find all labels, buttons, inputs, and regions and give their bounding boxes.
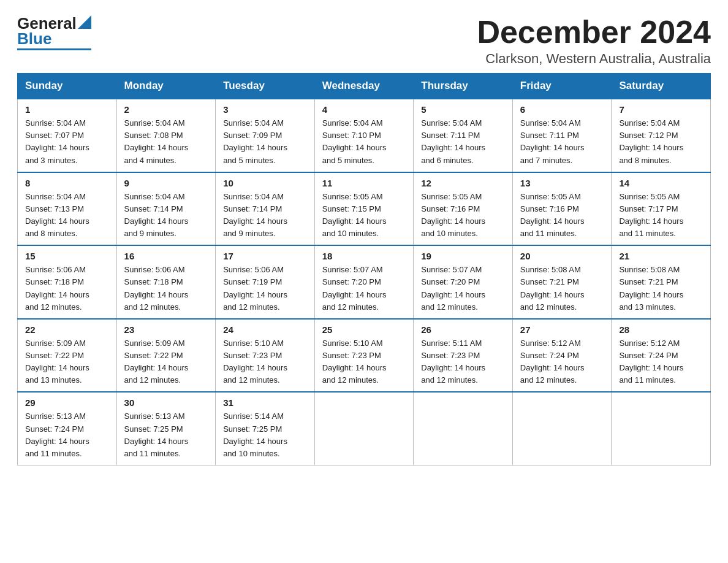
day-info: Sunrise: 5:06 AMSunset: 7:18 PMDaylight:… (124, 265, 189, 311)
day-number: 1 (25, 104, 110, 115)
day-number: 14 (619, 178, 704, 188)
day-info: Sunrise: 5:04 AMSunset: 7:07 PMDaylight:… (25, 118, 89, 164)
calendar-day-cell: 27 Sunrise: 5:12 AMSunset: 7:24 PMDaylig… (512, 319, 612, 393)
calendar-day-cell: 4 Sunrise: 5:04 AMSunset: 7:10 PMDayligh… (314, 99, 414, 172)
day-number: 16 (124, 251, 210, 261)
calendar-day-cell: 2 Sunrise: 5:04 AMSunset: 7:08 PMDayligh… (116, 99, 216, 172)
day-number: 15 (25, 251, 110, 261)
calendar-day-cell (414, 392, 513, 465)
calendar-day-cell: 1 Sunrise: 5:04 AMSunset: 7:07 PMDayligh… (18, 99, 117, 172)
logo-triangle-icon (78, 15, 91, 29)
day-info: Sunrise: 5:07 AMSunset: 7:20 PMDaylight:… (421, 265, 485, 311)
day-number: 10 (223, 178, 308, 188)
calendar-day-cell: 8 Sunrise: 5:04 AMSunset: 7:13 PMDayligh… (18, 172, 117, 246)
calendar-day-cell: 9 Sunrise: 5:04 AMSunset: 7:14 PMDayligh… (116, 172, 216, 246)
logo-underline (17, 48, 91, 50)
day-info: Sunrise: 5:10 AMSunset: 7:23 PMDaylight:… (223, 339, 287, 385)
day-number: 7 (619, 104, 704, 115)
day-number: 29 (25, 397, 110, 408)
day-number: 31 (223, 397, 308, 408)
day-number: 4 (322, 104, 408, 115)
calendar-day-cell: 17 Sunrise: 5:06 AMSunset: 7:19 PMDaylig… (216, 245, 315, 319)
svg-marker-0 (78, 15, 91, 29)
day-info: Sunrise: 5:08 AMSunset: 7:21 PMDaylight:… (520, 265, 585, 311)
day-info: Sunrise: 5:12 AMSunset: 7:24 PMDaylight:… (520, 339, 585, 385)
day-number: 21 (619, 251, 704, 261)
day-number: 13 (520, 178, 605, 188)
day-number: 19 (421, 251, 506, 261)
day-number: 2 (124, 104, 210, 115)
calendar-day-cell: 18 Sunrise: 5:07 AMSunset: 7:20 PMDaylig… (314, 245, 414, 319)
day-info: Sunrise: 5:09 AMSunset: 7:22 PMDaylight:… (25, 339, 89, 385)
calendar-day-cell: 20 Sunrise: 5:08 AMSunset: 7:21 PMDaylig… (512, 245, 612, 319)
col-thursday: Thursday (414, 74, 513, 99)
day-number: 9 (124, 178, 210, 188)
calendar-week-row: 29 Sunrise: 5:13 AMSunset: 7:24 PMDaylig… (18, 392, 711, 465)
day-info: Sunrise: 5:11 AMSunset: 7:23 PMDaylight:… (421, 339, 485, 385)
day-number: 3 (223, 104, 308, 115)
logo: General Blue (17, 15, 91, 50)
location-title: Clarkson, Western Australia, Australia (477, 51, 711, 67)
calendar-day-cell: 24 Sunrise: 5:10 AMSunset: 7:23 PMDaylig… (216, 319, 315, 393)
calendar-day-cell: 16 Sunrise: 5:06 AMSunset: 7:18 PMDaylig… (116, 245, 216, 319)
col-saturday: Saturday (612, 74, 711, 99)
day-info: Sunrise: 5:14 AMSunset: 7:25 PMDaylight:… (223, 412, 287, 458)
col-wednesday: Wednesday (314, 74, 414, 99)
logo-text-blue: Blue (17, 30, 51, 48)
day-info: Sunrise: 5:04 AMSunset: 7:14 PMDaylight:… (223, 192, 287, 238)
col-monday: Monday (116, 74, 216, 99)
calendar-day-cell: 13 Sunrise: 5:05 AMSunset: 7:16 PMDaylig… (512, 172, 612, 246)
title-block: December 2024 Clarkson, Western Australi… (477, 15, 711, 67)
page-wrapper: General Blue December 2024 Clarkson, Wes… (0, 0, 728, 478)
calendar-week-row: 8 Sunrise: 5:04 AMSunset: 7:13 PMDayligh… (18, 172, 711, 246)
day-info: Sunrise: 5:04 AMSunset: 7:13 PMDaylight:… (25, 192, 89, 238)
day-info: Sunrise: 5:04 AMSunset: 7:08 PMDaylight:… (124, 118, 189, 164)
day-number: 27 (520, 324, 605, 335)
col-sunday: Sunday (18, 74, 117, 99)
calendar-day-cell: 25 Sunrise: 5:10 AMSunset: 7:23 PMDaylig… (314, 319, 414, 393)
day-info: Sunrise: 5:04 AMSunset: 7:09 PMDaylight:… (223, 118, 287, 164)
day-info: Sunrise: 5:06 AMSunset: 7:19 PMDaylight:… (223, 265, 287, 311)
day-number: 6 (520, 104, 605, 115)
day-number: 24 (223, 324, 308, 335)
calendar-table: Sunday Monday Tuesday Wednesday Thursday… (17, 73, 711, 465)
calendar-day-cell (314, 392, 414, 465)
calendar-day-cell: 7 Sunrise: 5:04 AMSunset: 7:12 PMDayligh… (612, 99, 711, 172)
calendar-body: 1 Sunrise: 5:04 AMSunset: 7:07 PMDayligh… (18, 99, 711, 465)
calendar-day-cell: 19 Sunrise: 5:07 AMSunset: 7:20 PMDaylig… (414, 245, 513, 319)
day-info: Sunrise: 5:06 AMSunset: 7:18 PMDaylight:… (25, 265, 89, 311)
day-info: Sunrise: 5:04 AMSunset: 7:10 PMDaylight:… (322, 118, 387, 164)
calendar-day-cell: 10 Sunrise: 5:04 AMSunset: 7:14 PMDaylig… (216, 172, 315, 246)
calendar-day-cell: 15 Sunrise: 5:06 AMSunset: 7:18 PMDaylig… (18, 245, 117, 319)
day-number: 28 (619, 324, 704, 335)
day-info: Sunrise: 5:04 AMSunset: 7:11 PMDaylight:… (520, 118, 585, 164)
calendar-day-cell: 23 Sunrise: 5:09 AMSunset: 7:22 PMDaylig… (116, 319, 216, 393)
day-number: 26 (421, 324, 506, 335)
calendar-day-cell: 26 Sunrise: 5:11 AMSunset: 7:23 PMDaylig… (414, 319, 513, 393)
day-number: 11 (322, 178, 408, 188)
month-title: December 2024 (477, 15, 711, 50)
calendar-day-cell: 22 Sunrise: 5:09 AMSunset: 7:22 PMDaylig… (18, 319, 117, 393)
calendar-day-cell (512, 392, 612, 465)
day-info: Sunrise: 5:12 AMSunset: 7:24 PMDaylight:… (619, 339, 683, 385)
day-number: 25 (322, 324, 408, 335)
calendar-day-cell: 12 Sunrise: 5:05 AMSunset: 7:16 PMDaylig… (414, 172, 513, 246)
calendar-header-row: Sunday Monday Tuesday Wednesday Thursday… (18, 74, 711, 99)
calendar-day-cell: 28 Sunrise: 5:12 AMSunset: 7:24 PMDaylig… (612, 319, 711, 393)
day-number: 5 (421, 104, 506, 115)
calendar-day-cell: 21 Sunrise: 5:08 AMSunset: 7:21 PMDaylig… (612, 245, 711, 319)
calendar-day-cell (612, 392, 711, 465)
day-number: 23 (124, 324, 210, 335)
calendar-day-cell: 3 Sunrise: 5:04 AMSunset: 7:09 PMDayligh… (216, 99, 315, 172)
calendar-week-row: 22 Sunrise: 5:09 AMSunset: 7:22 PMDaylig… (18, 319, 711, 393)
day-info: Sunrise: 5:05 AMSunset: 7:16 PMDaylight:… (421, 192, 485, 238)
day-number: 8 (25, 178, 110, 188)
day-info: Sunrise: 5:04 AMSunset: 7:11 PMDaylight:… (421, 118, 485, 164)
day-info: Sunrise: 5:05 AMSunset: 7:15 PMDaylight:… (322, 192, 387, 238)
day-info: Sunrise: 5:09 AMSunset: 7:22 PMDaylight:… (124, 339, 189, 385)
day-number: 17 (223, 251, 308, 261)
calendar-day-cell: 14 Sunrise: 5:05 AMSunset: 7:17 PMDaylig… (612, 172, 711, 246)
calendar-day-cell: 31 Sunrise: 5:14 AMSunset: 7:25 PMDaylig… (216, 392, 315, 465)
calendar-day-cell: 6 Sunrise: 5:04 AMSunset: 7:11 PMDayligh… (512, 99, 612, 172)
calendar-week-row: 15 Sunrise: 5:06 AMSunset: 7:18 PMDaylig… (18, 245, 711, 319)
